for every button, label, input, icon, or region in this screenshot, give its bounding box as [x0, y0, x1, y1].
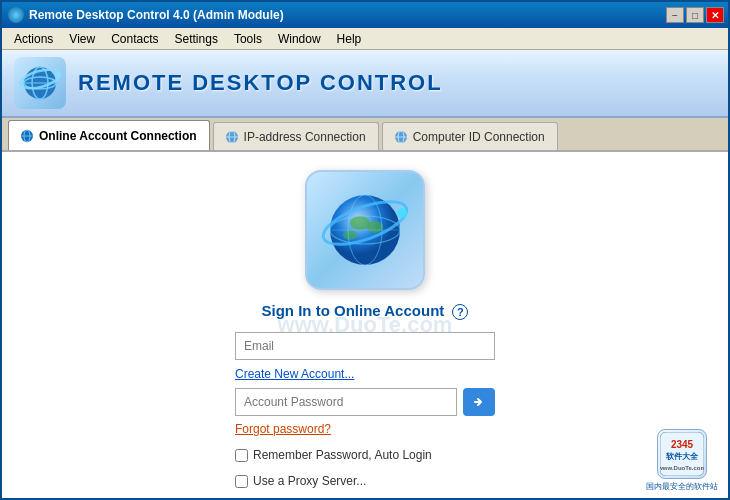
proxy-server-checkbox[interactable] [235, 475, 248, 488]
arrow-right-icon [471, 394, 487, 410]
app-icon [8, 7, 24, 23]
svg-text:软件大全: 软件大全 [665, 452, 699, 461]
ip-address-tab-icon [224, 129, 240, 145]
svg-text:www.DuoTe.com: www.DuoTe.com [660, 465, 704, 471]
title-bar-left: Remote Desktop Control 4.0 (Admin Module… [8, 7, 284, 23]
title-bar: Remote Desktop Control 4.0 (Admin Module… [2, 2, 728, 28]
svg-point-17 [350, 216, 370, 230]
app-logo-text: REMOTE DESKTOP CONTROL [78, 70, 443, 96]
menu-bar: Actions View Contacts Settings Tools Win… [2, 28, 728, 50]
tab-online-account[interactable]: Online Account Connection [8, 120, 210, 150]
globe-bg [305, 170, 425, 290]
svg-point-19 [343, 230, 357, 240]
svg-text:2345: 2345 [671, 439, 694, 450]
main-window: Remote Desktop Control 4.0 (Admin Module… [0, 0, 730, 500]
menu-settings[interactable]: Settings [167, 30, 226, 48]
app-header: REMOTE DESKTOP CONTROL [2, 50, 728, 118]
globe-svg [320, 185, 410, 275]
help-icon[interactable]: ? [452, 304, 468, 320]
password-row [235, 388, 495, 416]
remember-password-label: Remember Password, Auto Login [253, 448, 432, 462]
tab-ip-label: IP-address Connection [244, 130, 366, 144]
tab-online-label: Online Account Connection [39, 129, 197, 143]
proxy-server-label: Use a Proxy Server... [253, 474, 366, 488]
menu-contacts[interactable]: Contacts [103, 30, 166, 48]
remember-password-checkbox[interactable] [235, 449, 248, 462]
computer-id-tab-icon [393, 129, 409, 145]
menu-tools[interactable]: Tools [226, 30, 270, 48]
window-title: Remote Desktop Control 4.0 (Admin Module… [29, 8, 284, 22]
email-input[interactable] [235, 332, 495, 360]
menu-window[interactable]: Window [270, 30, 329, 48]
bottom-logo: 2345 软件大全 www.DuoTe.com 国内最安全的软件站 [646, 429, 718, 492]
maximize-button[interactable]: □ [686, 7, 704, 23]
minimize-button[interactable]: − [666, 7, 684, 23]
bottom-logo-badge: 2345 软件大全 www.DuoTe.com [657, 429, 707, 479]
tab-computer-id[interactable]: Computer ID Connection [382, 122, 558, 150]
remember-password-row: Remember Password, Auto Login [235, 448, 495, 462]
svg-point-6 [55, 72, 61, 78]
signin-title: Sign In to Online Account ? [262, 302, 469, 320]
svg-point-24 [397, 208, 407, 218]
bottom-logo-tagline: 国内最安全的软件站 [646, 481, 718, 492]
close-button[interactable]: ✕ [706, 7, 724, 23]
create-account-link[interactable]: Create New Account... [235, 367, 495, 381]
password-input[interactable] [235, 388, 457, 416]
logo-icon [14, 57, 66, 109]
duote-logo-icon: 2345 软件大全 www.DuoTe.com [660, 432, 704, 476]
tab-bar: Online Account Connection IP-address Con… [2, 118, 728, 152]
window-controls: − □ ✕ [666, 7, 724, 23]
menu-actions[interactable]: Actions [6, 30, 61, 48]
main-content: www.DuoTe.com [2, 152, 728, 498]
proxy-server-row: Use a Proxy Server... [235, 474, 495, 488]
tab-ip-address[interactable]: IP-address Connection [213, 122, 379, 150]
forgot-password-link[interactable]: Forgot password? [235, 422, 495, 436]
svg-point-18 [367, 221, 383, 233]
globe-image [305, 170, 425, 290]
online-account-tab-icon [19, 128, 35, 144]
menu-help[interactable]: Help [329, 30, 370, 48]
signin-form: Create New Account... Forgot password? R… [235, 332, 495, 488]
signin-submit-button[interactable] [463, 388, 495, 416]
tab-computerid-label: Computer ID Connection [413, 130, 545, 144]
menu-view[interactable]: View [61, 30, 103, 48]
